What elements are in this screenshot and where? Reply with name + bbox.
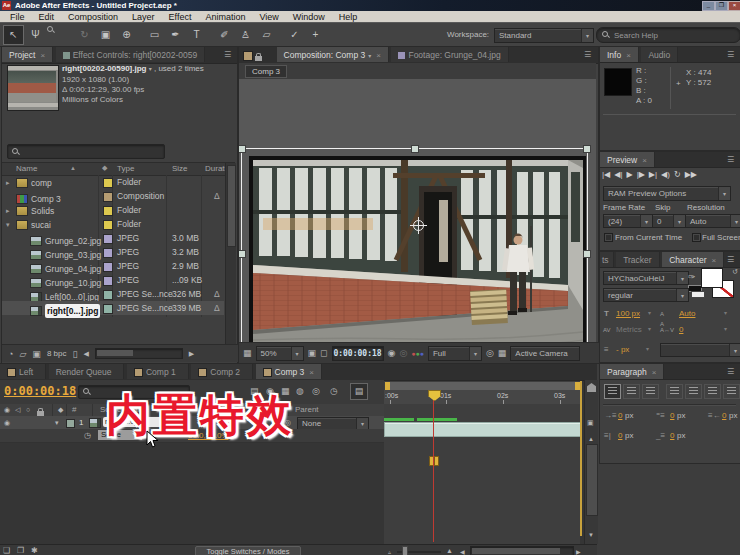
- time-ruler[interactable]: :00s 01s 02s 03s: [384, 390, 580, 405]
- file[interactable]: File: [3, 12, 32, 22]
- item-name[interactable]: sucai: [31, 218, 51, 232]
- eraser-tool-icon[interactable]: ▱: [257, 26, 276, 44]
- tab-preview[interactable]: Preview×: [600, 152, 655, 167]
- keyframe-icon[interactable]: [434, 456, 439, 466]
- project-row[interactable]: Left[00...0].jpg JPEG Se...nce 326 MB Δ: [2, 287, 224, 301]
- animation[interactable]: Animation: [198, 12, 252, 22]
- render-queue[interactable]: Render Queue: [49, 364, 125, 379]
- trash-icon[interactable]: ▯: [72, 349, 77, 359]
- scroll-up-icon[interactable]: ▲: [588, 434, 594, 444]
- window[interactable]: Window: [286, 12, 332, 22]
- tab-effect-controls[interactable]: Effect Controls: right[00202-0059: [56, 47, 206, 62]
- kerning-arrow[interactable]: ▾: [648, 325, 651, 332]
- help[interactable]: Help: [332, 12, 365, 22]
- layer-expander-icon[interactable]: ▾: [55, 418, 59, 428]
- restore-button[interactable]: ❐: [715, 1, 728, 11]
- panel-menu-icon[interactable]: ☰: [727, 367, 734, 376]
- align-center-button[interactable]: [623, 384, 640, 399]
- first-line-indent-value[interactable]: 0: [670, 411, 674, 421]
- footage-dropdown-arrow[interactable]: ▾: [149, 66, 152, 72]
- close-button[interactable]: ×: [728, 1, 740, 11]
- work-area-start-handle[interactable]: [385, 382, 390, 390]
- expand-transfer-controls-icon[interactable]: ❐: [17, 546, 24, 555]
- project-row[interactable]: Grunge_10.jpg JPEG ...09 KB: [2, 273, 224, 287]
- tracking-arrow[interactable]: ▾: [724, 325, 727, 332]
- snapshot-icon[interactable]: ◉: [388, 348, 396, 358]
- type-tool-icon[interactable]: T: [187, 26, 206, 44]
- project-row[interactable]: ▸ Solids Folder: [2, 203, 224, 217]
- font-style-dropdown[interactable]: regular▾: [603, 288, 689, 302]
- puppet-pin-tool-icon[interactable]: +: [306, 26, 325, 44]
- skip-dropdown[interactable]: 0▾: [652, 214, 686, 228]
- full-screen-checkbox[interactable]: [692, 233, 701, 242]
- timeline-hscrollbar[interactable]: [470, 546, 574, 555]
- region-of-interest-icon[interactable]: ◻: [320, 348, 327, 358]
- brainstorm-icon[interactable]: ◎: [312, 386, 320, 396]
- edit[interactable]: Edit: [32, 12, 62, 22]
- row-expander-icon[interactable]: ▸: [6, 176, 13, 190]
- play-button[interactable]: ▶: [626, 170, 632, 179]
- auto-keyframe-icon[interactable]: ◷: [330, 386, 338, 396]
- roto-brush-tool-icon[interactable]: ✓: [285, 26, 304, 44]
- current-timecode[interactable]: 0:00:00:18: [4, 384, 76, 398]
- column-type[interactable]: Type: [117, 164, 134, 174]
- tab-paragraph[interactable]: Paragraph×: [600, 364, 664, 379]
- label-color-swatch[interactable]: [103, 304, 113, 314]
- selection-handle[interactable]: [411, 145, 419, 153]
- tab-audio[interactable]: Audio: [641, 47, 678, 62]
- selection-handle[interactable]: [239, 145, 246, 153]
- label-color-swatch[interactable]: [103, 178, 113, 188]
- minimize-button[interactable]: _: [702, 1, 715, 11]
- align-left-button[interactable]: [604, 384, 621, 399]
- rectangle-tool-icon[interactable]: ▭: [145, 26, 164, 44]
- label-color-swatch[interactable]: [103, 262, 113, 272]
- zoom-out-timeline-icon[interactable]: ▵: [388, 547, 391, 555]
- rotation-tool-icon[interactable]: ↻: [75, 26, 94, 44]
- hscroll-right-icon[interactable]: ▶: [576, 547, 581, 555]
- composition[interactable]: Composition: [61, 12, 125, 22]
- kerning-value[interactable]: Metrics: [616, 325, 642, 335]
- swap-colors-icon[interactable]: ↺: [732, 267, 738, 277]
- layer-duration-bar[interactable]: [384, 422, 582, 437]
- vscroll-thumb[interactable]: [586, 444, 598, 516]
- workspace-dropdown[interactable]: Standard▾: [494, 28, 594, 43]
- graph-editor-icon[interactable]: ▤: [350, 383, 368, 400]
- selection-handle[interactable]: [583, 145, 591, 153]
- audio-mute-button[interactable]: ◀): [661, 170, 670, 179]
- label-color-swatch[interactable]: [103, 276, 113, 286]
- project-bit-depth-button[interactable]: 8 bpc: [47, 349, 67, 359]
- project-row[interactable]: Grunge_02.jpg JPEG 3.0 MB: [2, 231, 224, 245]
- column-size[interactable]: Size: [172, 164, 188, 174]
- comp-breadcrumb-button[interactable]: Comp 3: [245, 65, 287, 78]
- justify-last-left-button[interactable]: [666, 384, 683, 399]
- label-color-swatch[interactable]: [103, 192, 113, 202]
- label-color-swatch[interactable]: [103, 248, 113, 258]
- scroll-down-icon[interactable]: ▼: [588, 530, 594, 540]
- tab-info[interactable]: Info×: [600, 47, 639, 62]
- tab-composition[interactable]: Composition: Comp 3 ▾ ×: [277, 47, 389, 62]
- tab-tracker[interactable]: Tracker: [616, 252, 660, 267]
- selection-handle[interactable]: [239, 250, 246, 258]
- leading-value[interactable]: Auto: [679, 309, 695, 319]
- always-preview-icon[interactable]: ▦: [243, 348, 252, 358]
- camera-tool-icon[interactable]: ▣: [96, 26, 115, 44]
- layer-visibility-icon[interactable]: ◉: [4, 418, 10, 428]
- label-color-column-icon[interactable]: ◆: [102, 164, 107, 172]
- prev-frame-button[interactable]: ◀|: [614, 170, 622, 179]
- column-name[interactable]: Name: [16, 164, 37, 174]
- loop-button[interactable]: ↻: [674, 170, 681, 179]
- brush-tool-icon[interactable]: ✐: [215, 26, 234, 44]
- justify-all-button[interactable]: [723, 384, 740, 399]
- new-composition-icon[interactable]: ▣: [32, 349, 41, 359]
- item-name[interactable]: right[0...].jpg: [45, 304, 100, 318]
- scroll-right-icon[interactable]: ▶: [189, 349, 194, 359]
- tab-project[interactable]: Project×: [2, 47, 53, 62]
- next-frame-button[interactable]: |▶: [637, 170, 645, 179]
- target-region-icon[interactable]: ◎: [486, 348, 494, 358]
- justify-last-center-button[interactable]: [685, 384, 702, 399]
- zoom-tool-icon[interactable]: [47, 26, 66, 44]
- fill-color-swatch[interactable]: [701, 268, 723, 288]
- playhead-line[interactable]: [433, 391, 434, 542]
- project-row[interactable]: ▸ comp Folder: [2, 175, 224, 189]
- timeline-vscrollbar[interactable]: ▣ ▲ ▼: [584, 380, 598, 544]
